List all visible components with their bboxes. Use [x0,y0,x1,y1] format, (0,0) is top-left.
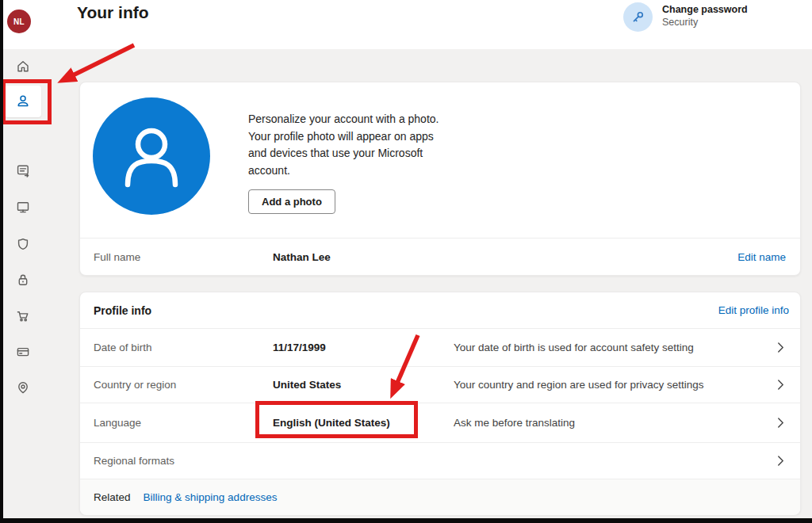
sidebar-item-security[interactable] [5,264,41,296]
screenshot-left-border [0,0,3,523]
lock-icon [15,272,31,288]
language-label: Language [94,417,273,429]
change-password-label: Change password [662,4,748,15]
country-description: Your country and region are used for pri… [454,379,776,391]
chevron-right-icon [776,456,786,466]
person-icon [15,94,31,109]
language-row[interactable]: Language English (United States) Ask me … [80,403,800,442]
country-or-region-row[interactable]: Country or region United States Your cou… [80,366,800,403]
security-label: Security [662,17,748,28]
screenshot-bottom-border [0,518,812,523]
photo-section: Personalize your account with a photo. Y… [80,82,800,238]
cart-icon [15,308,31,324]
chevron-right-icon [776,342,786,353]
chevron-right-icon [776,418,786,428]
profile-photo-placeholder [93,97,210,215]
sidebar-item-payment[interactable] [5,336,41,368]
page-title: Your info [77,3,149,22]
change-password-card[interactable]: Change password Security [623,2,748,32]
date-of-birth-label: Date of birth [94,342,273,353]
date-of-birth-value: 11/17/1999 [273,342,454,353]
photo-description: Personalize your account with a photo. Y… [248,111,445,179]
monitor-icon [15,199,31,215]
date-of-birth-row[interactable]: Date of birth 11/17/1999 Your date of bi… [80,328,800,366]
country-label: Country or region [94,379,273,391]
full-name-row: Full name Nathan Lee Edit name [80,238,800,276]
credit-card-icon [15,344,31,360]
country-value: United States [273,379,454,391]
profile-info-title: Profile info [94,304,151,317]
account-avatar[interactable]: NL [7,10,31,33]
language-description: Ask me before translating [454,417,776,429]
annotation-arrow-sidebar [73,45,134,75]
person-silhouette-icon [93,96,210,216]
home-icon [15,59,31,74]
sidebar-item-privacy[interactable] [5,228,41,260]
photo-card: Personalize your account with a photo. Y… [79,82,801,276]
sidebar [0,49,70,523]
profile-info-header: Profile info Edit profile info [80,292,800,328]
location-pin-icon [15,380,31,395]
billing-shipping-addresses-link[interactable]: Billing & shipping addresses [144,491,278,503]
sidebar-item-your-info[interactable] [5,86,41,117]
regional-formats-label: Regional formats [94,455,273,467]
shield-icon [15,236,31,252]
edit-name-link[interactable]: Edit name [737,251,786,263]
key-icon [623,2,653,32]
your-info-page: NL Your info Change password Security [0,0,812,523]
sidebar-item-devices[interactable] [5,191,41,223]
profile-info-card: Profile info Edit profile info Date of b… [79,292,801,515]
sidebar-item-feedback[interactable] [5,155,41,186]
avatar-initials: NL [13,17,25,26]
date-of-birth-description: Your date of birth is used for account s… [454,342,776,353]
sidebar-item-addresses[interactable] [5,372,41,403]
sidebar-item-order-history[interactable] [5,300,41,332]
full-name-value: Nathan Lee [273,251,454,263]
full-name-label: Full name [94,251,273,263]
sidebar-item-home[interactable] [5,51,41,82]
document-arrow-icon [15,162,31,178]
related-footer: Related Billing & shipping addresses [80,479,800,515]
language-value: English (United States) [273,417,454,429]
related-label: Related [94,491,131,503]
add-photo-button[interactable]: Add a photo [248,189,335,214]
regional-formats-row[interactable]: Regional formats [80,442,800,479]
edit-profile-info-link[interactable]: Edit profile info [718,304,789,316]
chevron-right-icon [776,380,786,390]
